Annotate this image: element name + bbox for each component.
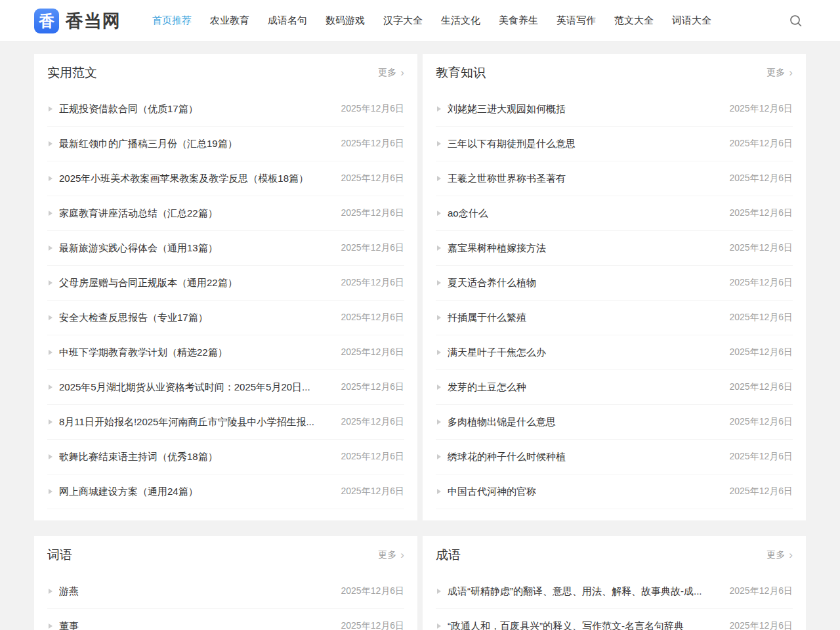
list-item: 2025年小班美术教案画苹果教案及教学反思（模板18篇）2025年12月6日	[47, 161, 404, 196]
more-link[interactable]: 更多 ›	[766, 549, 793, 561]
article-link[interactable]: 8月11日开始报名!2025年河南商丘市宁陵县中小学招生报...	[59, 416, 329, 429]
item-date: 2025年12月6日	[729, 103, 793, 115]
article-link[interactable]: 绣球花的种子什么时候种植	[448, 451, 717, 463]
triangle-bullet-icon	[437, 623, 441, 629]
article-link[interactable]: 董事	[59, 620, 329, 630]
article-link[interactable]: 夏天适合养什么植物	[448, 277, 717, 289]
nav-item-home[interactable]: 首页推荐	[152, 14, 192, 27]
article-link[interactable]: 父母房屋赠与合同正规版本（通用22篇）	[59, 277, 329, 289]
nav-item-english-writing[interactable]: 英语写作	[556, 14, 596, 27]
nav-item-idiom-quotes[interactable]: 成语名句	[268, 14, 307, 27]
triangle-bullet-icon	[437, 141, 441, 146]
item-date: 2025年12月6日	[729, 277, 793, 289]
article-link[interactable]: 安全大检查反思报告（专业17篇）	[59, 312, 329, 324]
more-label: 更多	[766, 549, 785, 561]
more-link[interactable]: 更多 ›	[378, 67, 404, 79]
triangle-bullet-icon	[49, 350, 52, 355]
article-link[interactable]: 家庭教育讲座活动总结（汇总22篇）	[59, 207, 329, 220]
article-link[interactable]: 三年以下有期徒刑是什么意思	[448, 138, 717, 150]
triangle-bullet-icon	[49, 623, 52, 629]
article-link[interactable]: 游燕	[59, 585, 329, 598]
search-icon[interactable]	[786, 11, 806, 31]
triangle-bullet-icon	[49, 454, 52, 459]
chevron-right-icon: ›	[789, 67, 793, 78]
triangle-bullet-icon	[437, 106, 441, 112]
article-link[interactable]: 发芽的土豆怎么种	[448, 381, 717, 394]
more-link[interactable]: 更多 ›	[766, 67, 793, 79]
item-date: 2025年12月6日	[341, 620, 404, 630]
item-date: 2025年12月6日	[729, 346, 793, 358]
triangle-bullet-icon	[49, 315, 52, 320]
item-date: 2025年12月6日	[341, 138, 404, 150]
article-link[interactable]: 2025年5月湖北期货从业资格考试时间：2025年5月20日...	[59, 381, 329, 394]
nav-item-agriculture-education[interactable]: 农业教育	[210, 14, 249, 27]
article-link[interactable]: 最新红领巾的广播稿三月份（汇总19篇）	[59, 138, 329, 150]
section-title: 教育知识	[436, 64, 486, 81]
article-link[interactable]: “政通人和，百废具兴”的释义、写作范文-名言名句辞典	[448, 620, 717, 630]
triangle-bullet-icon	[49, 280, 52, 285]
nav-item-words[interactable]: 词语大全	[672, 14, 711, 27]
nav-item-chinese-characters[interactable]: 汉字大全	[383, 14, 423, 27]
triangle-bullet-icon	[437, 419, 441, 425]
triangle-bullet-icon	[49, 419, 52, 425]
article-link[interactable]: 嘉宝果树种植嫁接方法	[448, 242, 717, 255]
article-link[interactable]: 满天星叶子干焦怎么办	[448, 346, 717, 359]
section-card-education-knowledge: 教育知识 更多 › 刘姥姥三进大观园如何概括2025年12月6日三年以下有期徒刑…	[423, 54, 806, 520]
article-list: 正规投资借款合同（优质17篇）2025年12月6日最新红领巾的广播稿三月份（汇总…	[47, 92, 404, 509]
item-date: 2025年12月6日	[341, 173, 404, 184]
article-link[interactable]: 最新旅游实践心得体会（通用13篇）	[59, 242, 329, 255]
item-date: 2025年12月6日	[341, 346, 404, 358]
article-link[interactable]: 多肉植物出锦是什么意思	[448, 416, 717, 429]
article-list: 刘姥姥三进大观园如何概括2025年12月6日三年以下有期徒刑是什么意思2025年…	[436, 92, 793, 509]
list-item: 嘉宝果树种植嫁接方法2025年12月6日	[436, 231, 793, 266]
more-link[interactable]: 更多 ›	[378, 549, 404, 561]
article-link[interactable]: 正规投资借款合同（优质17篇）	[59, 103, 329, 116]
item-date: 2025年12月6日	[341, 451, 404, 463]
item-date: 2025年12月6日	[729, 620, 793, 630]
article-link[interactable]: 扦插属于什么繁殖	[448, 312, 717, 324]
nav-item-digital-games[interactable]: 数码游戏	[326, 14, 365, 27]
triangle-bullet-icon	[49, 106, 52, 112]
list-item: 游燕2025年12月6日	[47, 574, 404, 609]
section-card-practical-docs: 实用范文 更多 › 正规投资借款合同（优质17篇）2025年12月6日最新红领巾…	[34, 54, 417, 520]
list-item: 最新红领巾的广播稿三月份（汇总19篇）2025年12月6日	[47, 127, 404, 161]
nav-item-sample-essays[interactable]: 范文大全	[614, 14, 654, 27]
item-date: 2025年12月6日	[341, 103, 404, 115]
list-item: 安全大检查反思报告（专业17篇）2025年12月6日	[47, 301, 404, 335]
list-item: 中国古代河神的官称2025年12月6日	[436, 474, 793, 509]
list-item: 2025年5月湖北期货从业资格考试时间：2025年5月20日...2025年12…	[47, 370, 404, 405]
more-label: 更多	[378, 549, 396, 561]
article-link[interactable]: ao念什么	[448, 207, 717, 220]
article-link[interactable]: 王羲之世称世界称书圣著有	[448, 173, 717, 185]
triangle-bullet-icon	[49, 385, 52, 390]
list-item: 多肉植物出锦是什么意思2025年12月6日	[436, 405, 793, 440]
list-item: 成语“研精静虑”的翻译、意思、用法、解释、故事典故-成...2025年12月6日	[436, 574, 793, 609]
article-link[interactable]: 中班下学期教育教学计划（精选22篇）	[59, 346, 329, 359]
triangle-bullet-icon	[437, 176, 441, 181]
list-item: 董事2025年12月6日	[47, 609, 404, 630]
triangle-bullet-icon	[49, 176, 52, 181]
site-name: 香当网	[66, 9, 121, 33]
item-date: 2025年12月6日	[729, 312, 793, 324]
article-link[interactable]: 2025年小班美术教案画苹果教案及教学反思（模板18篇）	[59, 173, 329, 185]
list-item: 满天星叶子干焦怎么办2025年12月6日	[436, 335, 793, 370]
nav-item-life-culture[interactable]: 生活文化	[441, 14, 480, 27]
more-label: 更多	[378, 67, 396, 79]
triangle-bullet-icon	[49, 141, 52, 146]
triangle-bullet-icon	[437, 245, 441, 251]
triangle-bullet-icon	[49, 211, 52, 216]
chevron-right-icon: ›	[400, 549, 404, 560]
article-link[interactable]: 成语“研精静虑”的翻译、意思、用法、解释、故事典故-成...	[448, 585, 717, 598]
nav-item-food-health[interactable]: 美食养生	[499, 14, 538, 27]
triangle-bullet-icon	[437, 211, 441, 216]
article-link[interactable]: 网上商城建设方案（通用24篇）	[59, 486, 329, 498]
item-date: 2025年12月6日	[341, 277, 404, 289]
article-list: 游燕2025年12月6日董事2025年12月6日	[47, 574, 404, 630]
article-link[interactable]: 刘姥姥三进大观园如何概括	[448, 103, 717, 116]
article-link[interactable]: 歌舞比赛结束语主持词（优秀18篇）	[59, 451, 329, 463]
list-item: 最新旅游实践心得体会（通用13篇）2025年12月6日	[47, 231, 404, 266]
list-item: 8月11日开始报名!2025年河南商丘市宁陵县中小学招生报...2025年12月…	[47, 405, 404, 440]
site-logo[interactable]: 香 香当网	[34, 9, 121, 33]
item-date: 2025年12月6日	[341, 585, 404, 597]
article-link[interactable]: 中国古代河神的官称	[448, 486, 717, 498]
